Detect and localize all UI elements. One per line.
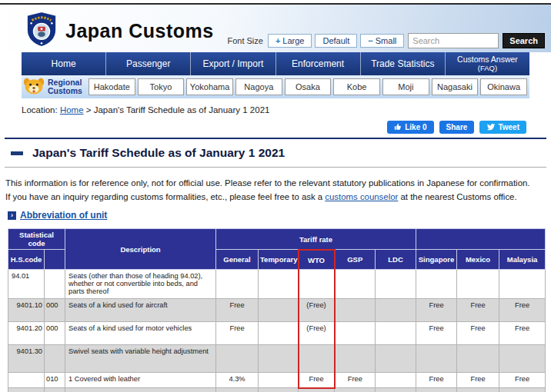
regional-customs-bar: Regional Customs Hakodate Tokyo Yokohama… (22, 75, 529, 98)
header-ldc: LDC (376, 250, 416, 270)
tariff-table-header: Statistical code Description Tariff rate… (8, 229, 546, 270)
cell-wto: (Free) (299, 322, 335, 345)
nav-item-label: Customs Answer (457, 55, 518, 65)
font-size-button[interactable]: +Large (268, 34, 312, 48)
font-size-button[interactable]: −Small (360, 34, 404, 48)
table-row (8, 388, 546, 392)
cell-wto (299, 388, 335, 392)
cell-desc: Seats (other than those of heading 94.02… (65, 270, 216, 299)
regional-office-button[interactable]: Osaka (285, 78, 332, 95)
regional-office-buttons: Hakodate Tokyo Yokohama Nagoya Osaka Kob… (88, 78, 529, 95)
twitter-bird-icon (486, 122, 495, 132)
header-description: Description (65, 229, 216, 270)
facebook-like-button[interactable]: Like 0 (387, 121, 433, 134)
regional-label-line2: Customs (48, 86, 82, 95)
cell-wto: Free (299, 373, 335, 388)
cell-stat (45, 270, 65, 299)
cell-singapore: Free (416, 322, 457, 345)
intro-line2-after: at the nearest Customs office. (398, 192, 516, 201)
regional-office-button[interactable]: Kobe (333, 78, 380, 95)
cell-malaysia (499, 270, 546, 299)
regional-office-button[interactable]: Okinawa (480, 78, 527, 95)
title-dash-icon (11, 151, 23, 155)
nav-item[interactable]: Passenger (106, 52, 191, 75)
font-size-button[interactable]: Default (315, 34, 357, 48)
header-controls: Font Size +Large Default −Small Search (227, 33, 545, 48)
cell-ldc (376, 388, 416, 392)
nav-item-label: Enforcement (292, 58, 344, 69)
breadcrumb-separator: > (86, 105, 92, 115)
cell-stat: 000 (45, 299, 65, 322)
nav-item[interactable]: Trade Statistics (361, 52, 446, 75)
social-buttons: Like 0 Share Tweet (0, 121, 526, 134)
cell-gsp (335, 388, 376, 392)
cell-temporary (259, 373, 299, 388)
customs-counselor-link[interactable]: customs counselor (325, 192, 398, 201)
nav-item[interactable]: Enforcement (276, 52, 361, 75)
header-mexico: Mexico (457, 250, 499, 270)
page-title-row: Japan's Tariff Schedule as of January 1 … (5, 139, 546, 168)
cell-mexico (457, 388, 499, 392)
nav-item[interactable]: Customs Answer (FAQ) (446, 52, 529, 75)
nav-item[interactable]: Export / Import (191, 52, 276, 75)
table-row: 0101 Covered with leather4.3%FreeFreeFre… (8, 373, 546, 388)
regional-office-button[interactable]: Nagasaki (432, 78, 479, 95)
cell-gsp (335, 270, 376, 299)
tweet-button[interactable]: Tweet (479, 121, 526, 134)
japan-customs-shield-icon (25, 11, 58, 51)
regional-office-button[interactable]: Moji (382, 78, 429, 95)
like-label: Like 0 (405, 123, 426, 131)
breadcrumb: Location: Home > Japan's Tariff Schedule… (22, 105, 529, 115)
cell-wto (299, 270, 335, 299)
nav-item-label: Home (52, 58, 76, 69)
cell-gsp (335, 322, 376, 345)
abbreviation-of-unit-link[interactable]: Abbreviation of unit (20, 210, 107, 221)
cell-mexico: Free (457, 322, 499, 345)
cell-hs: 9401.30 (8, 345, 45, 373)
regional-customs-label: Regional Customs (48, 78, 82, 95)
regional-office-button[interactable]: Nagoya (235, 78, 282, 95)
nav-item-label: Export / Import (203, 58, 264, 69)
cell-general (216, 345, 259, 373)
cell-stat (45, 345, 65, 373)
search-button[interactable]: Search (503, 33, 545, 48)
search-input[interactable] (408, 33, 499, 48)
header-gsp: GSP (335, 250, 376, 270)
font-size-sign: + (276, 36, 280, 45)
cell-singapore: Free (416, 299, 457, 322)
brand-home-link[interactable]: Japan Customs (25, 11, 214, 51)
nav-item[interactable]: Home (22, 52, 106, 75)
cell-hs (8, 388, 45, 392)
tweet-label: Tweet (498, 123, 519, 131)
cell-mexico (457, 270, 499, 299)
breadcrumb-prefix: Location: (22, 105, 58, 115)
customs-dog-mascot-icon (23, 75, 45, 98)
cell-ldc (376, 299, 416, 322)
intro-line2-before: If you have an inquiry regarding customs… (5, 192, 325, 201)
cell-wto (299, 345, 335, 373)
table-row: 9401.20000Seats of a kind used for motor… (8, 322, 546, 345)
cell-temporary (259, 345, 299, 373)
cell-singapore (416, 345, 457, 373)
abbreviation-row: › Abbreviation of unit (8, 210, 546, 221)
regional-office-button[interactable]: Hakodate (88, 78, 135, 95)
header-singapore: Singapore (416, 250, 457, 270)
font-size-button-label: Default (322, 36, 349, 45)
cell-ldc (376, 373, 416, 388)
cell-desc: Swivel seats with variable height adjust… (65, 345, 216, 373)
regional-office-button[interactable]: Yokohama (186, 78, 233, 95)
cell-ldc (376, 322, 416, 345)
cell-temporary (259, 322, 299, 345)
site-header: Japan Customs Font Size +Large Default −… (0, 5, 551, 52)
cell-hs (8, 373, 45, 388)
cell-gsp (335, 345, 376, 373)
breadcrumb-home-link[interactable]: Home (60, 105, 84, 115)
regional-office-button[interactable]: Tokyo (138, 78, 185, 95)
main-nav: Home Passenger Export / Import Enforceme… (22, 52, 529, 75)
table-row: 94.01Seats (other than those of heading … (8, 270, 546, 299)
share-button[interactable]: Share (439, 121, 475, 134)
cell-general: Free (216, 299, 259, 322)
cell-mexico: Free (457, 373, 499, 388)
site-title: Japan Customs (65, 20, 214, 42)
table-row: 9401.30Swivel seats with variable height… (8, 345, 546, 373)
